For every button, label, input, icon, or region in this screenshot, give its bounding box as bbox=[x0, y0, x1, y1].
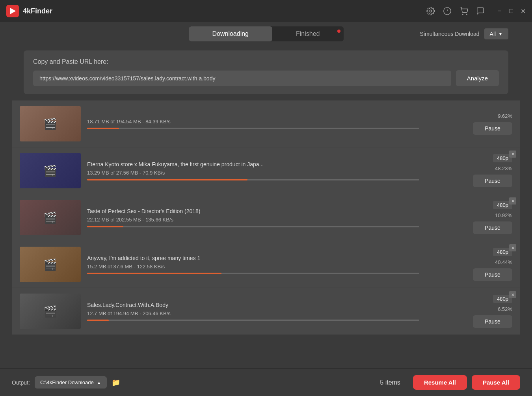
simultaneous-label: Simultaneous Download bbox=[420, 31, 480, 37]
download-title: Eterna Kyoto store x Mika Fukuyama, the … bbox=[87, 161, 331, 167]
download-percent-3: 10.92% bbox=[495, 212, 512, 218]
progress-bar-bg-4 bbox=[87, 273, 419, 274]
download-right-4: 480p 40.44% Pause bbox=[426, 248, 512, 281]
thumbnail-4: 🎬 bbox=[20, 247, 81, 282]
bottom-bar: Output: C:\4kFinder Downloade ▲ 📁 5 item… bbox=[0, 368, 532, 396]
svg-point-5 bbox=[466, 14, 467, 15]
close-button-item-5[interactable]: ✕ bbox=[509, 291, 516, 298]
downloads-list: 🎬 18.71 MB of 194.54 MB - 84.39 KB/s 9.6… bbox=[12, 100, 520, 335]
thumbnail-3: 🎬 bbox=[20, 200, 81, 235]
thumbnail-1: 🎬 bbox=[20, 106, 81, 141]
url-label: Copy and Paste URL here: bbox=[33, 58, 499, 65]
progress-bar-fill-1 bbox=[87, 128, 119, 129]
download-title: Taste of Perfect Sex - Director's Editio… bbox=[87, 208, 331, 214]
chat-icon[interactable] bbox=[476, 7, 485, 15]
download-size-2: 13.29 MB of 27.56 MB - 70.9 KB/s bbox=[87, 170, 419, 176]
info-icon[interactable] bbox=[443, 7, 452, 15]
settings-icon[interactable] bbox=[426, 7, 435, 15]
progress-bar-fill-4 bbox=[87, 273, 221, 274]
output-path[interactable]: C:\4kFinder Downloade ▲ bbox=[35, 376, 107, 389]
pause-button-4[interactable]: Pause bbox=[473, 268, 512, 281]
thumbnail-2: 🎬 bbox=[20, 153, 81, 188]
close-button-item-2[interactable]: ✕ bbox=[509, 151, 516, 158]
chevron-down-icon: ▼ bbox=[498, 31, 503, 37]
download-right-2: 480p 48.23% Pause bbox=[426, 154, 512, 187]
close-button[interactable]: ✕ bbox=[520, 8, 526, 14]
url-input[interactable] bbox=[33, 71, 451, 86]
pause-button-2[interactable]: Pause bbox=[473, 175, 512, 187]
simultaneous-dropdown[interactable]: All ▼ bbox=[484, 28, 508, 39]
download-item-2: ✕ 🎬 Eterna Kyoto store x Mika Fukuyama, … bbox=[12, 147, 520, 194]
folder-open-icon[interactable]: 📁 bbox=[112, 378, 120, 387]
download-size-3: 22.12 MB of 202.55 MB - 135.66 KB/s bbox=[87, 217, 419, 223]
thumbnail-5: 🎬 bbox=[20, 294, 81, 329]
tabs-group: Downloading Finished bbox=[189, 26, 344, 41]
close-button-item-3[interactable]: ✕ bbox=[509, 197, 516, 205]
resume-all-button[interactable]: Resume All bbox=[413, 375, 467, 390]
triangle-up-icon: ▲ bbox=[97, 380, 101, 385]
titlebar-icons: − □ ✕ bbox=[426, 7, 526, 15]
progress-bar-bg-1 bbox=[87, 128, 419, 129]
download-info-5: Sales.Lady.Contract.With.A.Body 12.7 MB … bbox=[81, 302, 426, 321]
download-item-4: ✕ 🎬 Anyway, I'm addicted to it, spree ma… bbox=[12, 241, 520, 288]
titlebar: 4kFinder − □ ✕ bbox=[0, 0, 532, 22]
download-percent-5: 6.52% bbox=[498, 306, 512, 312]
download-size-5: 12.7 MB of 194.94 MB - 206.46 KB/s bbox=[87, 310, 419, 316]
url-section: Copy and Paste URL here: Analyze bbox=[24, 50, 508, 94]
tab-downloading[interactable]: Downloading bbox=[189, 26, 273, 41]
download-right-3: 480p 10.92% Pause bbox=[426, 201, 512, 234]
download-percent-1: 9.62% bbox=[498, 113, 512, 119]
download-item-1: 🎬 18.71 MB of 194.54 MB - 84.39 KB/s 9.6… bbox=[12, 100, 520, 147]
cart-icon[interactable] bbox=[459, 7, 468, 15]
progress-bar-bg-3 bbox=[87, 226, 419, 227]
minimize-button[interactable]: − bbox=[497, 8, 502, 14]
progress-bar-fill-2 bbox=[87, 179, 247, 180]
download-info-4: Anyway, I'm addicted to it, spree many t… bbox=[81, 255, 426, 274]
pause-button-3[interactable]: Pause bbox=[473, 221, 512, 234]
tab-finished[interactable]: Finished bbox=[272, 26, 343, 41]
svg-point-4 bbox=[462, 14, 463, 15]
pause-button-5[interactable]: Pause bbox=[473, 315, 512, 328]
download-info-2: Eterna Kyoto store x Mika Fukuyama, the … bbox=[81, 161, 426, 180]
download-info-1: 18.71 MB of 194.54 MB - 84.39 KB/s bbox=[81, 119, 426, 129]
download-right-5: 480p 6.52% Pause bbox=[426, 295, 512, 328]
progress-bar-fill-3 bbox=[87, 226, 123, 227]
pause-button-1[interactable]: Pause bbox=[473, 122, 512, 135]
progress-bar-bg-5 bbox=[87, 320, 419, 321]
close-button-item-4[interactable]: ✕ bbox=[509, 244, 516, 251]
progress-bar-bg-2 bbox=[87, 179, 419, 180]
download-item-3: ✕ 🎬 Taste of Perfect Sex - Director's Ed… bbox=[12, 194, 520, 241]
download-info-3: Taste of Perfect Sex - Director's Editio… bbox=[81, 208, 426, 227]
download-percent-4: 40.44% bbox=[495, 259, 512, 265]
output-label: Output: bbox=[12, 379, 30, 386]
items-count: 5 items bbox=[380, 379, 400, 386]
progress-bar-fill-5 bbox=[87, 320, 109, 321]
analyze-button[interactable]: Analyze bbox=[456, 70, 499, 86]
download-percent-2: 48.23% bbox=[495, 165, 512, 171]
download-right-1: 9.62% Pause bbox=[426, 113, 512, 135]
app-logo bbox=[6, 5, 19, 17]
download-size-1: 18.71 MB of 194.54 MB - 84.39 KB/s bbox=[87, 119, 419, 125]
app-title: 4kFinder bbox=[23, 7, 52, 15]
maximize-button[interactable]: □ bbox=[508, 8, 514, 14]
finished-dot bbox=[337, 30, 340, 33]
download-item-5: ✕ 🎬 Sales.Lady.Contract.With.A.Body 12.7… bbox=[12, 288, 520, 335]
tabbar: Downloading Finished Simultaneous Downlo… bbox=[0, 22, 532, 46]
download-size-4: 15.2 MB of 37.6 MB - 122.58 KB/s bbox=[87, 264, 419, 270]
window-controls: − □ ✕ bbox=[497, 8, 526, 14]
download-title: Anyway, I'm addicted to it, spree many t… bbox=[87, 255, 331, 261]
pause-all-button[interactable]: Pause All bbox=[472, 375, 520, 390]
download-title: Sales.Lady.Contract.With.A.Body bbox=[87, 302, 331, 308]
svg-point-0 bbox=[430, 10, 432, 12]
simultaneous-download-section: Simultaneous Download All ▼ bbox=[420, 28, 508, 39]
